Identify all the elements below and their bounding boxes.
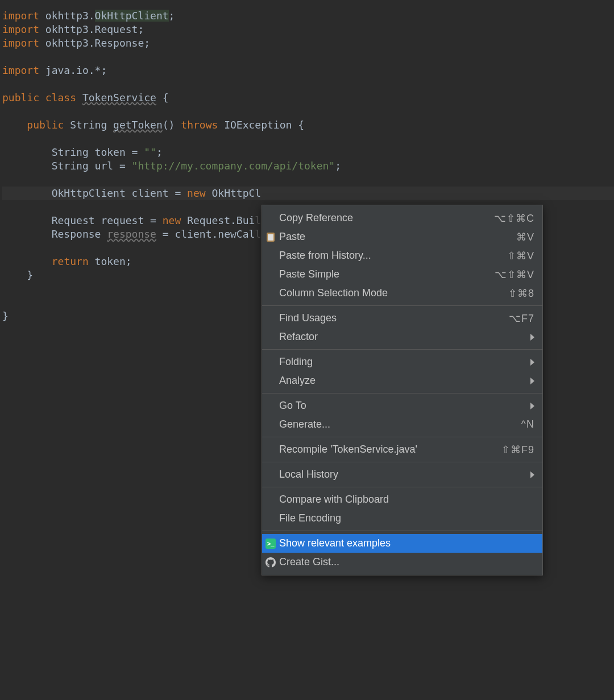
code-token: TokenService [82,92,156,103]
code-token: token; [95,255,132,267]
code-token [2,119,27,131]
code-token: import [2,37,45,49]
menu-item-generate[interactable]: Generate...^N [262,415,542,434]
menu-item-shortcut: ⌘V [516,231,534,243]
menu-item-create-gist[interactable]: Create Gist... [262,553,542,571]
menu-item-label: Paste Simple [279,268,495,280]
chevron-right-icon [530,471,534,478]
code-line[interactable]: String token = ""; [2,146,614,159]
code-token: Response [2,228,107,240]
code-token: return [52,255,95,267]
code-token: } [2,310,9,322]
code-line[interactable] [2,132,614,146]
menu-separator [262,349,542,350]
menu-separator [262,487,542,487]
code-line[interactable] [2,77,614,91]
code-token: response [107,228,156,240]
code-token: okhttp3.Request; [45,23,144,35]
menu-item-label: Folding [279,356,526,368]
menu-item-label: Local History [279,469,526,481]
code-token: okhttp3. [45,10,95,22]
menu-item-label: Refactor [279,331,526,343]
chevron-right-icon [530,378,534,384]
menu-item-analyze[interactable]: Analyze [262,371,542,390]
code-token: Request.Bui [187,214,255,226]
menu-item-label: File Encoding [279,512,534,524]
code-line[interactable]: public String getToken() throws IOExcept… [2,118,614,132]
code-line[interactable] [2,173,614,187]
code-token: public [27,119,70,131]
code-line[interactable]: import okhttp3.Response; [2,36,614,50]
code-line[interactable]: OkHttpClient client = new OkHttpCl [2,187,614,200]
code-token: ; [156,146,163,158]
menu-item-label: Paste [279,231,516,243]
menu-item-shortcut: ⌥F7 [509,312,534,325]
menu-item-recompile-tokenservice-java[interactable]: Recompile 'TokenService.java'⇧⌘F9 [262,440,542,459]
code-token: java.io.*; [45,64,107,76]
code-token: OkHttpClient [95,10,169,22]
code-token: throws [181,119,224,131]
code-token: } [2,269,33,281]
menu-separator [262,531,542,531]
menu-separator [262,393,542,394]
chevron-right-icon [530,403,534,409]
code-token: new [163,214,187,226]
code-token: () [163,119,181,131]
menu-item-paste-from-history[interactable]: Paste from History...⇧⌘V [262,246,542,265]
code-token: OkHttpClient client = [2,187,187,199]
menu-item-label: Go To [279,400,526,412]
code-token: { [156,92,169,103]
menu-item-label: Show relevant examples [279,537,534,549]
menu-item-copy-reference[interactable]: Copy Reference⌥⇧⌘C [262,209,542,227]
menu-item-label: Paste from History... [279,250,507,262]
code-line[interactable] [2,105,614,118]
code-token: import [2,10,45,22]
code-token: String [70,119,113,131]
code-line[interactable]: public class TokenService { [2,91,614,105]
menu-separator [262,437,542,437]
code-token: ; [335,160,341,172]
menu-item-local-history[interactable]: Local History [262,465,542,484]
code-token [2,255,52,267]
code-token: String url = [2,160,132,172]
github-icon [265,557,276,568]
menu-separator [262,462,542,462]
menu-item-go-to[interactable]: Go To [262,396,542,415]
code-token: "http://my.company.com/api/token" [132,160,335,172]
code-line[interactable]: import java.io.*; [2,64,614,77]
code-token: new [187,187,211,199]
menu-item-paste-simple[interactable]: Paste Simple⌥⇧⌘V [262,265,542,284]
code-line[interactable]: import okhttp3.Request; [2,23,614,36]
menu-item-refactor[interactable]: Refactor [262,328,542,346]
menu-item-shortcut: ⌥⇧⌘V [495,268,534,281]
menu-item-shortcut: ⇧⌘F9 [501,444,534,456]
menu-item-label: Analyze [279,375,526,387]
code-token: ; [169,10,175,22]
context-menu: Copy Reference⌥⇧⌘CPaste⌘VPaste from Hist… [262,205,543,575]
menu-item-shortcut: ⌥⇧⌘C [494,212,534,225]
menu-item-shortcut: ⇧⌘8 [508,287,534,300]
menu-separator [262,305,542,306]
menu-item-folding[interactable]: Folding [262,353,542,371]
menu-item-shortcut: ⇧⌘V [507,250,534,262]
menu-item-show-relevant-examples[interactable]: >_Show relevant examples [262,534,542,553]
menu-item-label: Generate... [279,419,521,430]
code-token: import [2,23,45,35]
chevron-right-icon [530,334,534,341]
code-token: Request request = [2,214,163,226]
menu-item-shortcut: ^N [521,419,534,430]
menu-item-label: Compare with Clipboard [279,494,534,506]
menu-item-label: Create Gist... [279,556,534,568]
menu-item-compare-with-clipboard[interactable]: Compare with Clipboard [262,490,542,509]
chevron-right-icon [530,359,534,366]
code-token: IOException { [224,119,304,131]
code-line[interactable] [2,50,614,64]
code-line[interactable]: import okhttp3.OkHttpClient; [2,9,614,23]
menu-item-column-selection-mode[interactable]: Column Selection Mode⇧⌘8 [262,284,542,303]
code-line[interactable]: String url = "http://my.company.com/api/… [2,159,614,173]
code-token: getToken [113,119,163,131]
menu-item-file-encoding[interactable]: File Encoding [262,509,542,528]
menu-item-paste[interactable]: Paste⌘V [262,227,542,246]
menu-item-find-usages[interactable]: Find Usages⌥F7 [262,309,542,328]
menu-item-label: Column Selection Mode [279,287,508,299]
